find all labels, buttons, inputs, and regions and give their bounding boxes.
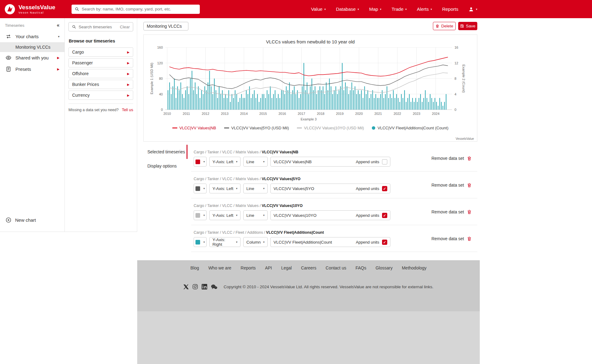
append-units-checkbox[interactable] xyxy=(382,186,387,191)
series-type-select[interactable]: Column▾ xyxy=(243,237,268,247)
chart-title-input[interactable] xyxy=(143,22,188,30)
wechat-icon[interactable] xyxy=(211,284,217,289)
chevron-down-icon: ▾ xyxy=(263,187,265,190)
legend-item-nb[interactable]: VLCC|VV Values|NB xyxy=(172,126,216,130)
append-units-checkbox[interactable] xyxy=(382,213,387,218)
footer-link-api[interactable]: API xyxy=(265,265,272,270)
footer-link-faqs[interactable]: FAQs xyxy=(356,265,366,270)
legend-line-marker xyxy=(172,127,177,128)
svg-text:12: 12 xyxy=(454,61,458,65)
nav-item-database[interactable]: Database▾ xyxy=(336,6,359,12)
footer-link-glossary[interactable]: Glossary xyxy=(376,265,393,270)
legend-circle-marker xyxy=(372,126,375,130)
category-passenger[interactable]: Passenger▶ xyxy=(68,58,133,67)
y-axis-select[interactable]: Y-Axis: Left▾ xyxy=(209,184,240,193)
series-name-input[interactable] xyxy=(273,160,353,164)
append-units-checkbox[interactable] xyxy=(382,159,387,164)
category-bunker-prices[interactable]: Bunker Prices▶ xyxy=(68,80,133,89)
color-select[interactable]: ▾ xyxy=(194,184,207,193)
series-name-box: Append units xyxy=(270,210,390,220)
color-select[interactable]: ▾ xyxy=(194,237,207,247)
nav-item-reports[interactable]: Reports xyxy=(442,6,458,12)
nav-item-alerts[interactable]: Alerts▾ xyxy=(417,6,432,12)
series-name-input[interactable] xyxy=(273,213,353,218)
linkedin-icon[interactable] xyxy=(202,284,207,289)
remove-data-set-button[interactable]: Remove data set xyxy=(431,156,472,161)
instagram-icon[interactable] xyxy=(192,284,198,289)
clear-search-button[interactable]: Clear xyxy=(120,25,130,29)
legend-label: VLCC|VV Values|10YO (USD Mil) xyxy=(304,126,364,130)
series-name-input[interactable] xyxy=(273,186,353,191)
svg-text:2022: 2022 xyxy=(393,112,401,115)
footer-link-legal[interactable]: Legal xyxy=(281,265,292,270)
user-menu[interactable]: ▾ xyxy=(468,6,477,12)
user-icon xyxy=(468,6,474,12)
chart-title: VLCCs values from newbuild to 10 year ol… xyxy=(144,39,477,44)
sidebar-item-shared-with-you[interactable]: Shared with you ▶ xyxy=(0,52,64,63)
sidebar-item-presets[interactable]: Presets ▶ xyxy=(0,63,64,75)
nav-item-trade[interactable]: Trade▾ xyxy=(392,6,407,12)
nav-item-map[interactable]: Map▾ xyxy=(369,6,381,12)
color-select[interactable]: ▾ xyxy=(194,210,207,220)
category-currency[interactable]: Currency▶ xyxy=(68,91,133,100)
chevron-right-icon: ▶ xyxy=(127,72,130,75)
footer-link-careers[interactable]: Careers xyxy=(301,265,316,270)
social-icons xyxy=(183,284,217,289)
category-cargo[interactable]: Cargo▶ xyxy=(68,47,133,57)
y-axis-select[interactable]: Y-Axis: Left▾ xyxy=(209,210,240,220)
chevron-right-icon: ▶ xyxy=(127,61,130,65)
svg-text:2014: 2014 xyxy=(240,112,248,115)
footer-link-reports[interactable]: Reports xyxy=(240,265,256,270)
series-type-select[interactable]: Line▾ xyxy=(243,184,268,193)
new-chart-button[interactable]: New chart xyxy=(0,215,42,225)
sidebar-item-monitoring-vlccs[interactable]: Monitoring VLCCs xyxy=(0,42,64,52)
brand[interactable]: VesselsValue Veson Nautical xyxy=(0,4,67,15)
brand-tagline: Veson Nautical xyxy=(18,11,55,14)
nav-item-value[interactable]: Value▾ xyxy=(311,6,326,12)
brand-name: VesselsValue xyxy=(18,4,55,10)
svg-text:Example 3: Example 3 xyxy=(301,117,317,121)
trash-icon xyxy=(467,209,472,214)
y-axis-select[interactable]: Y-Axis: Left▾ xyxy=(209,157,240,167)
save-button[interactable]: Save xyxy=(458,22,477,30)
tab-display-options[interactable]: Display options xyxy=(143,159,187,173)
svg-text:8: 8 xyxy=(454,77,456,80)
y-axis-select[interactable]: Y-Axis: Right▾ xyxy=(209,237,240,247)
remove-data-set-button[interactable]: Remove data set xyxy=(431,236,472,241)
series-name-input[interactable] xyxy=(273,240,353,245)
remove-data-set-button[interactable]: Remove data set xyxy=(431,209,472,214)
tab-selected-timeseries[interactable]: Selected timeseries xyxy=(143,145,187,159)
append-units-label: Append units xyxy=(356,240,379,245)
global-search-input[interactable] xyxy=(82,7,197,11)
breadcrumb-name: VLCC|VV Values|NB xyxy=(262,150,298,154)
series-type-select[interactable]: Line▾ xyxy=(243,210,268,220)
footer-link-who-we-are[interactable]: Who we are xyxy=(208,265,232,270)
footer-link-methodology[interactable]: Methodology xyxy=(402,265,426,270)
footer-link-blog[interactable]: Blog xyxy=(191,265,199,270)
tell-us-link[interactable]: Tell us xyxy=(122,107,133,112)
timeseries-chart[interactable]: 2010201120122013201420152016201720182019… xyxy=(144,45,477,123)
timeseries-row: Cargo / Tanker / VLCC / Matrix Values /V… xyxy=(191,145,477,172)
brand-text: VesselsValue Veson Nautical xyxy=(18,4,55,14)
footer-link-contact-us[interactable]: Contact us xyxy=(326,265,346,270)
color-swatch xyxy=(195,213,200,218)
x-icon[interactable] xyxy=(183,284,189,289)
nav-links: Value▾ Database▾ Map▾ Trade▾ Alerts▾ Rep… xyxy=(311,6,592,12)
selected-timeseries-rows: Cargo / Tanker / VLCC / Matrix Values /V… xyxy=(191,145,477,252)
timeseries-search-input[interactable] xyxy=(79,25,117,29)
append-units-checkbox[interactable] xyxy=(382,240,387,245)
series-type-select[interactable]: Line▾ xyxy=(243,157,268,167)
legend-item-10yo[interactable]: VLCC|VV Values|10YO (USD Mil) xyxy=(297,126,364,130)
legend-item-additions[interactable]: VLCC|VV Fleet|Additions|Count (Count) xyxy=(372,126,448,130)
svg-text:2016: 2016 xyxy=(278,112,286,115)
svg-text:2010: 2010 xyxy=(163,112,171,115)
delete-button[interactable]: Delete xyxy=(433,22,456,30)
collapse-sidebar-icon[interactable]: « xyxy=(57,23,60,28)
category-offshore[interactable]: Offshore▶ xyxy=(68,69,133,78)
chevron-down-icon: ▾ xyxy=(430,8,432,11)
legend-item-5yo[interactable]: VLCC|VV Values|5YO (USD Mil) xyxy=(224,126,289,130)
color-select[interactable]: ▾ xyxy=(194,157,207,167)
remove-data-set-button[interactable]: Remove data set xyxy=(431,183,472,188)
sidebar-item-your-charts[interactable]: Your charts ▾ xyxy=(0,31,64,42)
color-swatch xyxy=(195,186,200,191)
